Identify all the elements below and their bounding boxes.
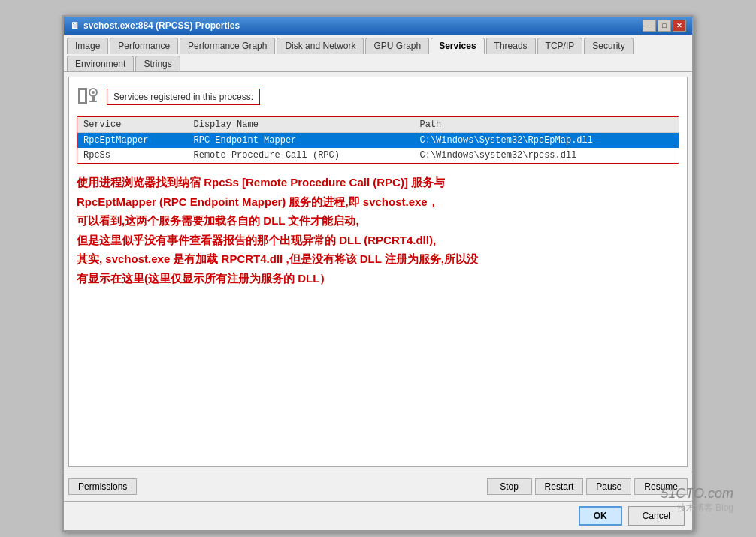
tab-strings[interactable]: Strings: [135, 56, 180, 71]
watermark-main: 51CTO.com: [661, 486, 733, 502]
watermark-sub: 技术博客 Blog: [661, 502, 733, 514]
table-row[interactable]: RpcEptMapper RPC Endpoint Mapper C:\Wind…: [77, 133, 679, 149]
maximize-button[interactable]: □: [658, 20, 671, 32]
tab-bar: Image Performance Performance Graph Disk…: [64, 35, 692, 72]
tab-security[interactable]: Security: [584, 38, 633, 54]
pause-button[interactable]: Pause: [586, 478, 631, 495]
services-header: Services registered in this process:: [77, 85, 679, 109]
col-path: Path: [414, 117, 679, 133]
stop-button[interactable]: Stop: [487, 478, 532, 495]
minimize-button[interactable]: ─: [643, 20, 656, 32]
services-icon: [77, 85, 101, 109]
tab-services[interactable]: Services: [431, 38, 484, 54]
tab-performance[interactable]: Performance: [110, 38, 178, 54]
tab-performance-graph[interactable]: Performance Graph: [180, 38, 275, 54]
col-service: Service: [77, 117, 188, 133]
service-path: C:\Windows\system32\rpcss.dll: [414, 148, 679, 163]
title-bar: 🖥 svchost.exe:884 (RPCSS) Properties ─ □…: [64, 17, 692, 35]
main-content: Services registered in this process: Ser…: [68, 77, 688, 467]
table-row[interactable]: RpcSs Remote Procedure Call (RPC) C:\Win…: [77, 148, 679, 163]
service-name: RpcSs: [77, 148, 188, 163]
properties-dialog: 🖥 svchost.exe:884 (RPCSS) Properties ─ □…: [62, 15, 694, 532]
tab-image[interactable]: Image: [67, 38, 108, 54]
dialog-footer: OK Cancel: [64, 501, 692, 530]
service-path: C:\Windows\System32\RpcEpMap.dll: [414, 133, 679, 149]
services-table-wrapper: Service Display Name Path RpcEptMapper R…: [77, 116, 679, 164]
services-table: Service Display Name Path RpcEptMapper R…: [77, 117, 679, 163]
col-display-name: Display Name: [188, 117, 414, 133]
window-icon: 🖥: [70, 20, 79, 31]
tab-threads[interactable]: Threads: [486, 38, 536, 54]
service-display: RPC Endpoint Mapper: [188, 133, 414, 149]
tab-gpu-graph[interactable]: GPU Graph: [365, 38, 429, 54]
service-display: Remote Procedure Call (RPC): [188, 148, 414, 163]
svg-rect-6: [92, 95, 95, 101]
bottom-section: Permissions Stop Restart Pause Resume: [64, 472, 692, 501]
svg-point-5: [92, 91, 95, 94]
restart-button[interactable]: Restart: [535, 478, 584, 495]
svg-rect-3: [85, 88, 87, 104]
tab-disk-network[interactable]: Disk and Network: [277, 38, 364, 54]
ok-button[interactable]: OK: [579, 506, 622, 526]
permissions-button[interactable]: Permissions: [68, 478, 137, 495]
watermark: 51CTO.com 技术博客 Blog: [661, 486, 733, 514]
annotation-text: 使用进程浏览器找到纳宿 RpcSs [Remote Procedure Call…: [77, 173, 679, 288]
close-button[interactable]: ✕: [673, 20, 686, 32]
svg-rect-7: [89, 101, 97, 102]
tab-tcp-ip[interactable]: TCP/IP: [537, 38, 583, 54]
svg-rect-1: [78, 88, 80, 104]
services-registered-label: Services registered in this process:: [107, 89, 260, 105]
service-name: RpcEptMapper: [77, 133, 188, 149]
tab-environment[interactable]: Environment: [67, 56, 134, 71]
window-title: svchost.exe:884 (RPCSS) Properties: [83, 20, 240, 31]
